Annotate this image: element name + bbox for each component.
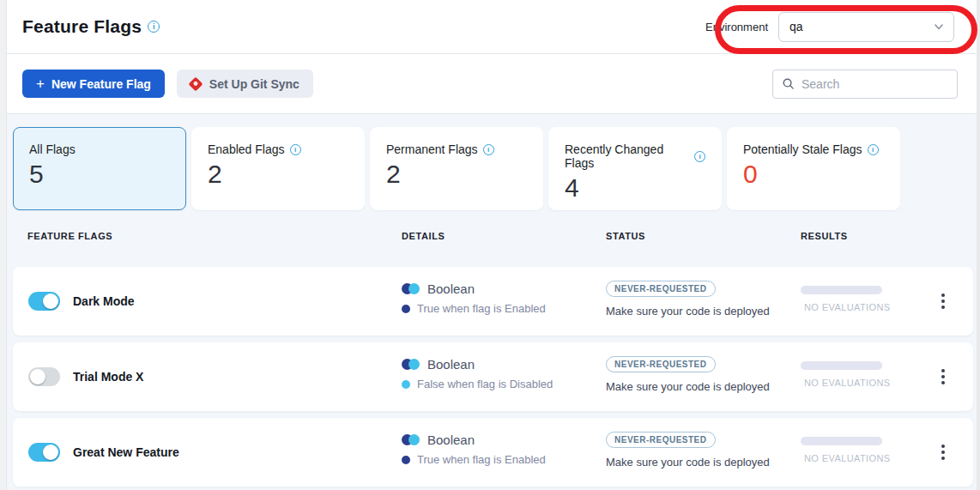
status-badge: NEVER-REQUESTED — [606, 281, 716, 297]
flag-rows: Dark Mode Boolean True when flag is Enab… — [13, 267, 973, 490]
row-menu-kebab-icon[interactable] — [933, 290, 953, 312]
stat-value: 2 — [386, 160, 527, 189]
default-value-line: True when flag is Enabled — [402, 302, 546, 315]
flag-toggle[interactable] — [28, 367, 60, 386]
chevron-down-icon — [933, 21, 945, 33]
toggle-knob — [43, 445, 58, 460]
info-icon[interactable]: i — [483, 144, 494, 155]
search-box[interactable] — [772, 70, 958, 99]
table-row: Dark Mode Boolean True when flag is Enab… — [13, 267, 973, 336]
search-icon — [782, 77, 795, 90]
page-title: Feature Flags — [22, 16, 142, 37]
default-value-line: False when flag is Disabled — [402, 378, 553, 390]
flag-type: Boolean — [402, 281, 475, 296]
default-value-dot — [402, 305, 410, 313]
table-row: Trial Mode X Boolean False when flag is … — [13, 342, 973, 411]
stat-card-recently-changed-flags[interactable]: Recently Changed Flagsi 4 — [548, 127, 722, 210]
default-value-dot — [402, 380, 410, 389]
status-text: Make sure your code is deployed — [606, 305, 770, 318]
row-menu-kebab-icon[interactable] — [933, 366, 953, 388]
flag-type: Boolean — [402, 433, 475, 447]
stat-value: 4 — [565, 173, 705, 203]
stat-label: Potentially Stale Flags — [743, 142, 862, 156]
stat-value: 0 — [743, 160, 884, 189]
stat-cards-row: All Flagsi 5 Enabled Flagsi 2 Permanent … — [13, 127, 900, 210]
results-text: NO EVALUATIONS — [804, 302, 891, 312]
flag-toggle[interactable] — [28, 443, 60, 462]
title-info-icon[interactable]: i — [148, 21, 160, 33]
stat-card-permanent-flags[interactable]: Permanent Flagsi 2 — [370, 127, 543, 210]
status-text: Make sure your code is deployed — [606, 456, 770, 469]
stat-card-enabled-flags[interactable]: Enabled Flagsi 2 — [191, 127, 365, 210]
stat-label: All Flags — [29, 142, 76, 156]
stat-label: Enabled Flags — [208, 142, 285, 156]
new-feature-flag-button[interactable]: + New Feature Flag — [22, 70, 165, 98]
toolbar: + New Feature Flag Set Up Git Sync — [7, 54, 977, 114]
info-icon[interactable]: i — [694, 151, 705, 162]
stat-card-potentially-stale-flags[interactable]: Potentially Stale Flagsi 0 — [727, 127, 900, 210]
column-header-results: RESULTS — [801, 231, 848, 241]
sidebar-edge — [0, 0, 7, 490]
environment-select[interactable]: qa — [778, 12, 954, 42]
stat-value: 2 — [208, 160, 348, 189]
column-header-feature-flags: FEATURE FLAGS — [27, 231, 112, 241]
flag-name[interactable]: Great New Feature — [73, 445, 179, 459]
status-badge: NEVER-REQUESTED — [606, 432, 716, 448]
stat-label: Permanent Flags — [386, 142, 478, 156]
flag-type: Boolean — [402, 357, 475, 372]
boolean-type-icon — [402, 283, 420, 294]
info-icon[interactable]: i — [868, 144, 879, 155]
search-input[interactable] — [802, 77, 957, 91]
table-header: FEATURE FLAGS DETAILS STATUS RESULTS — [7, 226, 977, 251]
set-up-git-sync-button[interactable]: Set Up Git Sync — [177, 70, 313, 98]
content-area: All Flagsi 5 Enabled Flagsi 2 Permanent … — [7, 114, 977, 490]
column-header-status: STATUS — [606, 231, 645, 241]
info-icon[interactable]: i — [290, 144, 301, 155]
git-icon — [188, 76, 203, 91]
stat-value: 5 — [29, 160, 170, 189]
flag-name[interactable]: Dark Mode — [73, 294, 135, 308]
table-row: Great New Feature Boolean True when flag… — [13, 418, 973, 487]
status-text: Make sure your code is deployed — [606, 380, 770, 393]
status-badge: NEVER-REQUESTED — [606, 356, 716, 372]
environment-group: Environment qa — [705, 12, 954, 42]
flag-toggle[interactable] — [28, 292, 60, 311]
boolean-type-icon — [402, 434, 420, 445]
default-value-dot — [402, 456, 410, 464]
results-placeholder-bar — [801, 361, 882, 370]
results-text: NO EVALUATIONS — [804, 378, 891, 388]
environment-value: qa — [789, 20, 803, 33]
results-placeholder-bar — [801, 286, 882, 294]
row-menu-kebab-icon[interactable] — [933, 441, 953, 463]
default-value-line: True when flag is Enabled — [402, 453, 546, 466]
boolean-type-icon — [402, 359, 420, 370]
scrollbar-track[interactable] — [977, 0, 980, 490]
page-header: Feature Flags i Environment qa — [7, 0, 977, 54]
results-placeholder-bar — [801, 437, 882, 445]
column-header-details: DETAILS — [402, 231, 445, 241]
stat-card-all-flags[interactable]: All Flagsi 5 — [13, 127, 186, 210]
flag-name[interactable]: Trial Mode X — [73, 370, 143, 384]
environment-label: Environment — [705, 21, 768, 33]
toggle-knob — [43, 293, 58, 309]
stat-label: Recently Changed Flags — [565, 142, 689, 170]
toggle-knob — [30, 369, 45, 384]
plus-icon: + — [36, 76, 45, 91]
results-text: NO EVALUATIONS — [804, 453, 891, 463]
